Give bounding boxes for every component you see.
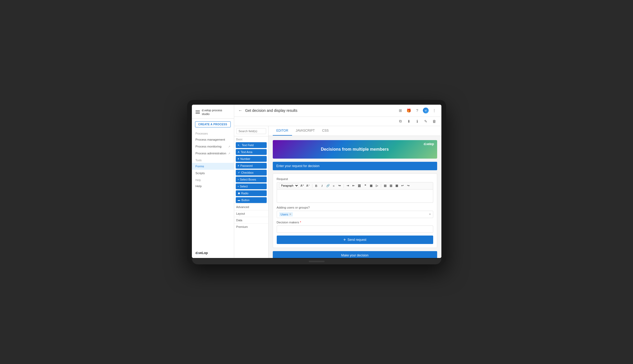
- download-icon[interactable]: ⬇: [406, 118, 412, 124]
- tools-section-label: Tools: [192, 157, 234, 163]
- create-process-button[interactable]: CREATE A PROCESS: [195, 121, 231, 127]
- checkbox-item[interactable]: ✓ Checkbox: [236, 170, 267, 176]
- divider-2: [344, 184, 344, 188]
- table-btn[interactable]: ▦: [369, 183, 373, 188]
- select-boxes-icon: ▪: [238, 178, 239, 181]
- image-btn[interactable]: 🖼: [357, 183, 362, 188]
- divider-1: [312, 184, 312, 188]
- sidebar-brand: d.velop process studio: [202, 108, 231, 116]
- text-field-icon: >_: [238, 144, 241, 146]
- media-btn[interactable]: ▷: [375, 183, 379, 188]
- quote-btn[interactable]: ❝: [363, 183, 368, 188]
- font-size-up-btn[interactable]: A⁺: [300, 183, 305, 188]
- banner-text: Decisions from multiple members: [278, 147, 432, 152]
- tab-css[interactable]: CSS: [318, 126, 332, 136]
- send-request-button[interactable]: ✈ Send request: [277, 236, 433, 244]
- bold-btn[interactable]: B: [314, 183, 319, 188]
- users-tag: Users ✕: [279, 212, 293, 216]
- advanced-section[interactable]: Advanced: [234, 204, 268, 210]
- back-button[interactable]: ←: [238, 108, 243, 113]
- select-dropdown-icon[interactable]: ▾: [429, 213, 431, 216]
- align-left-btn[interactable]: ▤: [383, 183, 387, 188]
- checkbox-icon: ✓: [238, 171, 240, 174]
- grid-icon[interactable]: ⊞: [398, 108, 403, 113]
- adding-users-label: Adding users or groups?: [277, 206, 433, 209]
- select-icon: ▪: [238, 185, 239, 188]
- more-menu-icon[interactable]: ⋮: [431, 108, 437, 113]
- text-field-item[interactable]: >_ Text Field: [236, 142, 267, 148]
- number-item[interactable]: # Number: [236, 156, 267, 162]
- password-item[interactable]: # Password: [236, 163, 267, 169]
- hamburger-icon[interactable]: [196, 110, 200, 114]
- undo-btn[interactable]: ↩: [400, 183, 405, 188]
- action-bar: ⧉ ⬇ ℹ ✎ 🗑: [234, 117, 441, 126]
- decision-makers-label: Decision makers *: [277, 221, 433, 224]
- tab-editor[interactable]: EDITOR: [273, 126, 292, 136]
- sidebar-item-help[interactable]: Help: [192, 183, 234, 190]
- sidebar-item-process-management[interactable]: Process management: [192, 136, 234, 143]
- divider-3: [381, 184, 381, 188]
- button-item[interactable]: ▬ Button: [236, 197, 267, 203]
- copy-icon[interactable]: ⧉: [398, 118, 403, 124]
- external-link-icon: ↗: [228, 145, 230, 148]
- users-select[interactable]: Users ✕ ▾: [277, 211, 433, 218]
- external-link-icon: ↗: [228, 152, 230, 155]
- premium-section[interactable]: Premium: [234, 223, 268, 230]
- remove-users-tag[interactable]: ✕: [289, 213, 291, 216]
- password-icon: #: [238, 164, 239, 167]
- paragraph-select[interactable]: Paragraph: [279, 183, 299, 188]
- main-area: ← Get decision and display results ⊞ 🎁 ?…: [234, 105, 441, 258]
- font-size-down-btn[interactable]: A⁻: [306, 183, 311, 188]
- search-input[interactable]: [236, 128, 266, 134]
- page-title: Get decision and display results: [245, 108, 298, 113]
- info-icon[interactable]: ℹ: [414, 118, 420, 124]
- rich-text-editor: Paragraph A⁺ A⁻ B I 🔗 ≡: [277, 182, 433, 203]
- decision-makers-input[interactable]: [277, 225, 433, 233]
- data-section[interactable]: Data: [234, 217, 268, 223]
- banner-logo: d.velop: [424, 142, 434, 146]
- outdent-btn[interactable]: ⇤: [351, 183, 356, 188]
- edit-icon[interactable]: ✎: [423, 118, 429, 124]
- processes-section-label: Processes: [192, 130, 234, 136]
- tab-javascript[interactable]: JAVASCRIPT: [292, 126, 318, 136]
- section-header: Enter your request for decision: [273, 162, 437, 170]
- italic-btn[interactable]: I: [320, 183, 325, 188]
- redo-btn[interactable]: ↪: [406, 183, 411, 188]
- make-decision-button[interactable]: Make your decision: [273, 251, 437, 258]
- sidebar-item-process-administration[interactable]: Process administration ↗: [192, 150, 234, 157]
- gift-icon[interactable]: 🎁: [406, 108, 412, 113]
- link-btn[interactable]: 🔗: [326, 183, 330, 188]
- align-right-btn[interactable]: ▦: [394, 183, 399, 188]
- editor-body[interactable]: [277, 190, 433, 203]
- form-content: Decisions from multiple members d.velop …: [269, 136, 441, 258]
- fields-search-area: [234, 126, 268, 136]
- indent-btn[interactable]: ⇥: [345, 183, 350, 188]
- text-area-item[interactable]: A Text Area: [236, 149, 267, 155]
- ordered-list-btn[interactable]: ≔: [337, 183, 342, 188]
- radio-item[interactable]: ◉ Radio: [236, 190, 267, 196]
- align-center-btn[interactable]: ▥: [389, 183, 393, 188]
- sidebar-item-process-monitoring[interactable]: Process monitoring ↗: [192, 143, 234, 150]
- required-marker: *: [300, 221, 301, 224]
- layout-section[interactable]: Layout: [234, 210, 268, 217]
- sidebar-header: d.velop process studio: [192, 105, 234, 119]
- top-bar-left: ← Get decision and display results: [238, 108, 398, 113]
- request-label: Request: [277, 177, 433, 181]
- select-item[interactable]: ▪ Select: [236, 183, 267, 189]
- fields-panel: Basic >_ Text Field A Text Area # Number: [234, 126, 269, 258]
- sidebar-item-forms[interactable]: Forms: [192, 163, 234, 170]
- editor-tab-bar: EDITOR JAVASCRIPT CSS: [269, 126, 441, 136]
- editor-toolbar: Paragraph A⁺ A⁻ B I 🔗 ≡: [277, 182, 433, 190]
- unordered-list-btn[interactable]: ≡: [331, 183, 336, 188]
- user-avatar[interactable]: U: [423, 108, 429, 113]
- sidebar-item-scripts[interactable]: Scripts: [192, 170, 234, 177]
- basic-section-label: Basic: [234, 136, 268, 142]
- button-icon: ▬: [238, 199, 240, 201]
- delete-icon[interactable]: 🗑: [431, 118, 437, 124]
- top-bar-icons: ⊞ 🎁 ? U ⋮: [398, 108, 437, 113]
- sidebar-footer: d.veLop: [192, 248, 234, 258]
- select-boxes-item[interactable]: ▪ Select Boxes: [236, 177, 267, 182]
- sidebar: d.velop process studio CREATE A PROCESS …: [192, 105, 234, 258]
- editor-container: Basic >_ Text Field A Text Area # Number: [234, 126, 441, 258]
- help-icon[interactable]: ?: [414, 108, 420, 113]
